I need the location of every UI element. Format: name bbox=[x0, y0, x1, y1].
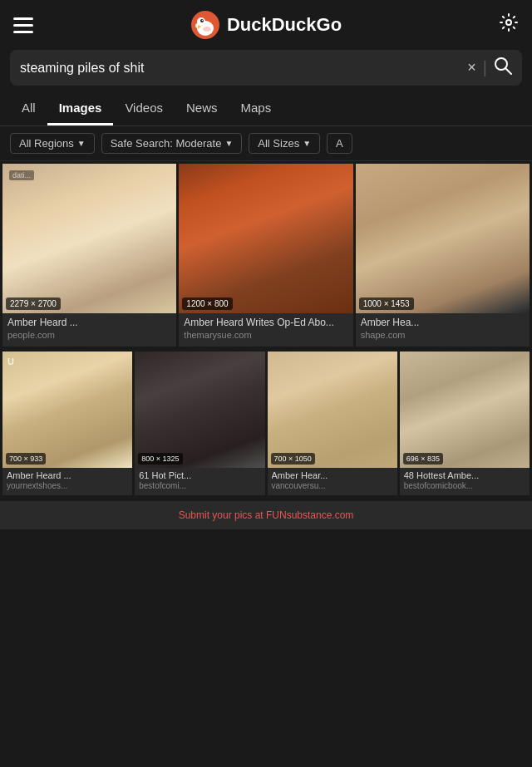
image-source: vancouversu... bbox=[272, 481, 393, 490]
svg-point-6 bbox=[202, 20, 204, 22]
image-dimensions: 2279 × 2700 bbox=[6, 297, 61, 310]
image-title: Amber Hea... bbox=[361, 317, 525, 328]
image-source: themarysue.com bbox=[184, 330, 347, 340]
regions-label: All Regions bbox=[19, 137, 74, 150]
image-item[interactable]: 696 × 835 48 Hottest Ambe... bestofcomic… bbox=[400, 352, 530, 495]
tabs-bar: All Images Videos News Maps bbox=[0, 92, 532, 126]
tab-news[interactable]: News bbox=[175, 92, 229, 125]
image-info: Amber Heard ... people.com bbox=[2, 313, 176, 347]
sizes-filter[interactable]: All Sizes ▼ bbox=[249, 133, 320, 154]
image-item[interactable]: 800 × 1325 61 Hot Pict... bestofcomi... bbox=[135, 352, 264, 495]
safe-search-arrow-icon: ▼ bbox=[224, 139, 233, 148]
image-item[interactable]: 700 × 1050 Amber Hear... vancouversu... bbox=[268, 352, 397, 495]
divider: | bbox=[483, 58, 487, 77]
logo: DuckDuckGo bbox=[190, 10, 342, 40]
tab-videos[interactable]: Videos bbox=[113, 92, 175, 125]
tab-all[interactable]: All bbox=[10, 92, 47, 125]
image-dimensions: 1000 × 1453 bbox=[359, 297, 414, 310]
image-item[interactable]: 1200 × 800 Amber Heard Writes Op-Ed Abo.… bbox=[179, 164, 352, 347]
image-overlay-badge: U bbox=[7, 356, 14, 366]
tab-maps[interactable]: Maps bbox=[229, 92, 283, 125]
image-title: Amber Heard ... bbox=[7, 317, 171, 328]
image-title: Amber Hear... bbox=[272, 470, 393, 480]
clear-button[interactable]: × bbox=[467, 59, 476, 76]
image-dimensions: 800 × 1325 bbox=[138, 453, 182, 465]
image-source: people.com bbox=[7, 330, 171, 340]
app-title: DuckDuckGo bbox=[227, 14, 342, 36]
image-source: shape.com bbox=[361, 330, 525, 340]
image-source: yournextshoes... bbox=[7, 481, 128, 490]
image-source: bestofcomi... bbox=[139, 481, 260, 490]
image-info: 48 Hottest Ambe... bestofcomicbook... bbox=[400, 468, 530, 495]
image-overlay-source: dati... bbox=[9, 170, 34, 180]
image-dimensions: 696 × 835 bbox=[403, 453, 443, 465]
footer: Submit your pics at FUNsubstance.com bbox=[0, 501, 532, 529]
image-title: 61 Hot Pict... bbox=[139, 470, 260, 480]
image-item[interactable]: U 700 × 933 Amber Heard ... yournextshoe… bbox=[2, 352, 132, 495]
gear-icon bbox=[499, 12, 519, 32]
image-info: Amber Heard ... yournextshoes... bbox=[2, 468, 132, 495]
image-dimensions: 700 × 1050 bbox=[271, 453, 315, 465]
menu-button[interactable] bbox=[13, 17, 33, 33]
regions-arrow-icon: ▼ bbox=[77, 139, 86, 148]
svg-point-5 bbox=[203, 27, 211, 32]
image-dimensions: 1200 × 800 bbox=[182, 297, 232, 310]
image-source: bestofcomicbook... bbox=[404, 481, 525, 490]
image-info: Amber Hea... shape.com bbox=[356, 313, 530, 347]
settings-button[interactable] bbox=[499, 12, 519, 37]
footer-text: Submit your pics at bbox=[179, 509, 266, 521]
search-button[interactable] bbox=[494, 57, 512, 79]
image-info: Amber Hear... vancouversu... bbox=[268, 468, 397, 495]
filters-bar: All Regions ▼ Safe Search: Moderate ▼ Al… bbox=[0, 126, 532, 161]
svg-point-7 bbox=[506, 20, 511, 25]
svg-line-9 bbox=[505, 68, 511, 74]
sizes-arrow-icon: ▼ bbox=[303, 139, 311, 148]
image-dimensions: 700 × 933 bbox=[6, 453, 46, 465]
image-grid-row1: dati... 2279 × 2700 Amber Heard ... peop… bbox=[0, 161, 532, 349]
more-filter[interactable]: A bbox=[327, 133, 352, 154]
search-icon bbox=[494, 57, 512, 75]
image-info: 61 Hot Pict... bestofcomi... bbox=[135, 468, 264, 495]
header: DuckDuckGo bbox=[0, 0, 532, 50]
more-label: A bbox=[336, 137, 343, 150]
image-title: Amber Heard Writes Op-Ed Abo... bbox=[184, 317, 347, 328]
safe-search-label: Safe Search: Moderate bbox=[111, 137, 222, 150]
safe-search-filter[interactable]: Safe Search: Moderate ▼ bbox=[101, 133, 243, 154]
duck-logo-icon bbox=[190, 10, 220, 40]
footer-brand: FUNsubstance.com bbox=[266, 509, 353, 521]
image-info: Amber Heard Writes Op-Ed Abo... themarys… bbox=[179, 313, 352, 347]
tab-images[interactable]: Images bbox=[47, 92, 114, 125]
search-input[interactable] bbox=[20, 61, 461, 76]
image-item[interactable]: 1000 × 1453 Amber Hea... shape.com bbox=[356, 164, 530, 347]
search-bar: × | bbox=[10, 50, 522, 86]
image-item[interactable]: dati... 2279 × 2700 Amber Heard ... peop… bbox=[2, 164, 176, 347]
image-grid-row2: U 700 × 933 Amber Heard ... yournextshoe… bbox=[0, 349, 532, 498]
image-title: Amber Heard ... bbox=[7, 470, 128, 480]
regions-filter[interactable]: All Regions ▼ bbox=[10, 133, 95, 154]
image-title: 48 Hottest Ambe... bbox=[404, 470, 525, 480]
sizes-label: All Sizes bbox=[258, 137, 299, 150]
